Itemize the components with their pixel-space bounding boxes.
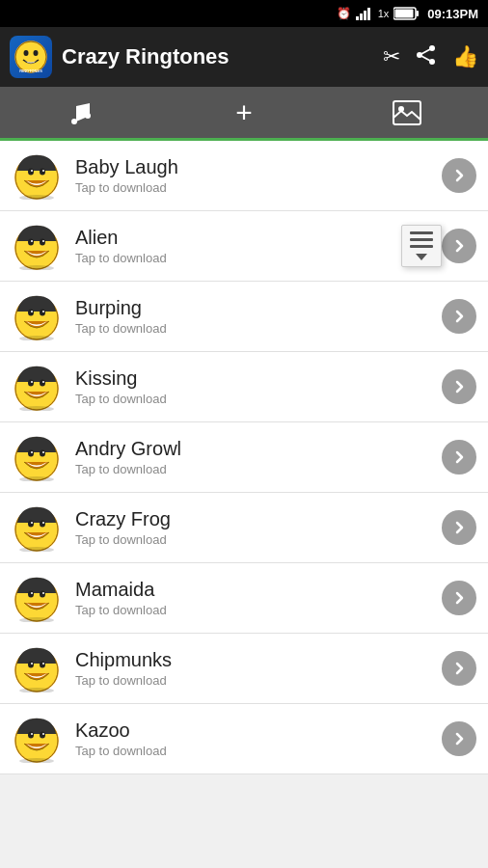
list-item[interactable]: Mamaida Tap to download xyxy=(0,563,488,634)
list-item[interactable]: Andry Growl Tap to download xyxy=(0,422,488,493)
status-icons: ⏰ 1x 09:13PM xyxy=(337,7,478,21)
svg-point-73 xyxy=(40,662,45,668)
svg-point-39 xyxy=(31,311,33,312)
status-time: 09:13PM xyxy=(427,7,478,21)
svg-point-53 xyxy=(31,451,33,453)
ringtone-subtitle: Tap to download xyxy=(75,744,442,758)
svg-point-59 xyxy=(40,521,45,528)
ringtone-icon xyxy=(12,221,62,271)
svg-point-67 xyxy=(31,592,33,594)
svg-point-24 xyxy=(40,169,45,176)
header-actions: ✂ 👍 xyxy=(383,44,478,70)
arrow-button[interactable] xyxy=(442,651,476,686)
svg-point-31 xyxy=(40,239,45,246)
ringtone-name: Crazy Frog xyxy=(75,508,442,530)
ringtone-name: Kazoo xyxy=(75,719,442,742)
ringtone-subtitle: Tap to download xyxy=(75,532,442,547)
svg-text:RINGTONES: RINGTONES xyxy=(19,68,42,73)
svg-point-25 xyxy=(31,170,33,172)
list-item[interactable]: Burping Tap to download xyxy=(0,282,488,352)
ringtone-subtitle: Tap to download xyxy=(75,603,442,617)
ringtone-icon xyxy=(12,502,62,553)
arrow-button[interactable] xyxy=(442,369,476,404)
ringtone-icon xyxy=(12,714,62,764)
arrow-button[interactable] xyxy=(442,581,476,615)
ringtone-icon xyxy=(12,362,62,412)
alarm-icon: ⏰ xyxy=(337,7,351,20)
ringtone-icon xyxy=(12,432,62,482)
arrow-button[interactable] xyxy=(442,440,476,475)
svg-point-66 xyxy=(40,591,45,598)
ringtone-name: Burping xyxy=(75,297,442,319)
add-tab-button[interactable]: + xyxy=(163,96,326,129)
app-title: Crazy Ringtones xyxy=(62,44,383,69)
svg-point-61 xyxy=(42,522,44,524)
svg-rect-2 xyxy=(364,11,366,20)
music-tab-button[interactable] xyxy=(0,98,163,127)
svg-point-60 xyxy=(31,522,33,524)
svg-point-72 xyxy=(28,662,34,668)
menu-line-2 xyxy=(410,238,433,241)
status-bar: ⏰ 1x 09:13PM xyxy=(0,0,488,27)
svg-point-33 xyxy=(42,240,44,242)
svg-point-23 xyxy=(28,169,34,176)
svg-point-82 xyxy=(42,733,44,735)
toolbar: + xyxy=(0,87,488,141)
svg-point-30 xyxy=(28,239,34,246)
list-item[interactable]: Kazoo Tap to download xyxy=(0,704,488,774)
svg-point-51 xyxy=(28,450,34,457)
svg-point-47 xyxy=(42,381,44,383)
ringtone-name: Andry Growl xyxy=(75,438,442,460)
svg-point-45 xyxy=(40,380,45,387)
ringtone-icon xyxy=(12,573,62,623)
svg-rect-0 xyxy=(356,16,359,20)
svg-point-54 xyxy=(42,451,44,453)
svg-line-16 xyxy=(420,55,432,62)
svg-point-26 xyxy=(42,170,44,172)
menu-arrow xyxy=(416,254,427,260)
ringtone-subtitle: Tap to download xyxy=(75,673,442,688)
menu-line-1 xyxy=(410,231,433,234)
ringtone-name: Alien xyxy=(75,227,442,249)
share-icon[interactable] xyxy=(416,44,437,70)
thumbsup-icon[interactable]: 👍 xyxy=(452,44,478,69)
svg-point-37 xyxy=(28,310,34,316)
svg-point-18 xyxy=(85,113,91,119)
ringtone-subtitle: Tap to download xyxy=(75,251,442,265)
scissors-icon[interactable]: ✂ xyxy=(383,44,400,69)
svg-point-44 xyxy=(28,380,34,387)
svg-point-40 xyxy=(42,311,44,312)
arrow-button[interactable] xyxy=(442,510,476,545)
ringtone-name: Baby Laugh xyxy=(75,156,442,178)
ringtone-icon xyxy=(12,291,62,341)
ringtone-subtitle: Tap to download xyxy=(75,462,442,476)
svg-rect-5 xyxy=(417,11,420,16)
svg-point-65 xyxy=(28,591,34,598)
ringtone-name: Chipmunks xyxy=(75,649,442,671)
app-logo: RINGTONES xyxy=(10,36,52,78)
svg-rect-6 xyxy=(395,10,414,18)
list-item[interactable]: Crazy Frog Tap to download xyxy=(0,493,488,563)
svg-point-58 xyxy=(28,521,34,528)
list-item[interactable]: Kissing Tap to download xyxy=(0,352,488,422)
image-tab-button[interactable] xyxy=(325,100,488,125)
list-item[interactable]: Alien Tap to download xyxy=(0,211,488,282)
arrow-button[interactable] xyxy=(442,229,476,263)
ringtone-name: Kissing xyxy=(75,367,442,390)
svg-rect-3 xyxy=(367,8,370,20)
svg-point-32 xyxy=(31,240,33,242)
list-item[interactable]: Baby Laugh Tap to download xyxy=(0,141,488,211)
ringtone-name: Mamaida xyxy=(75,579,442,601)
app-header: RINGTONES Crazy Ringtones ✂ 👍 xyxy=(0,27,488,87)
svg-point-10 xyxy=(34,50,39,56)
svg-point-79 xyxy=(28,732,34,739)
svg-point-52 xyxy=(40,450,45,457)
arrow-button[interactable] xyxy=(442,299,476,334)
arrow-button[interactable] xyxy=(442,158,476,193)
svg-point-17 xyxy=(71,119,77,124)
ringtone-icon xyxy=(12,150,62,201)
ringtone-subtitle: Tap to download xyxy=(75,392,442,406)
signal-icon xyxy=(356,7,373,20)
list-item[interactable]: Chipmunks Tap to download xyxy=(0,634,488,704)
arrow-button[interactable] xyxy=(442,721,476,756)
